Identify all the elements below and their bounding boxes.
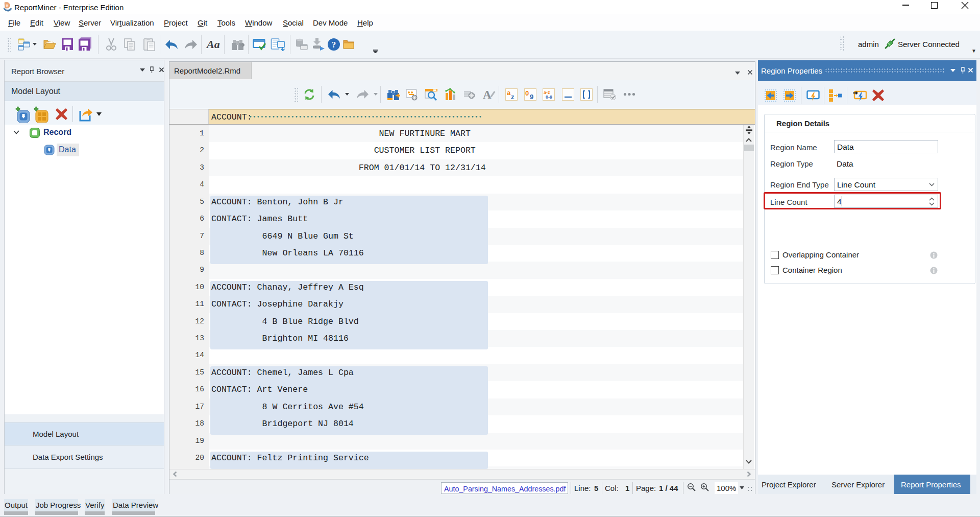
svg-text:a-z: a-z bbox=[544, 90, 550, 95]
svg-text:a: a bbox=[507, 89, 511, 97]
svg-text:?: ? bbox=[332, 40, 336, 50]
svg-text:z: z bbox=[511, 93, 514, 100]
svg-text:9: 9 bbox=[530, 93, 533, 100]
svg-text:0: 0 bbox=[525, 89, 529, 97]
svg-text:A: A bbox=[483, 88, 492, 101]
svg-text:0-9: 0-9 bbox=[546, 95, 552, 100]
